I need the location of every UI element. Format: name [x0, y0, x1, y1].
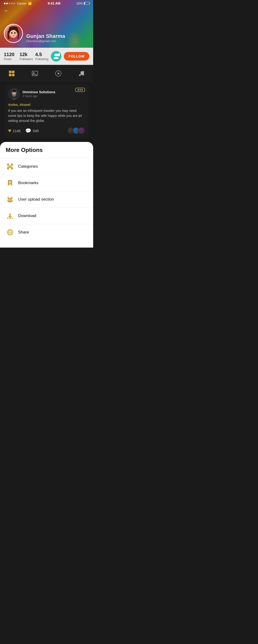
svg-point-5 — [13, 34, 14, 34]
post-tags: #relex, #travel — [8, 102, 85, 107]
svg-rect-28 — [11, 168, 13, 170]
profile-name: Gunjan Sharma — [26, 33, 65, 39]
svg-point-2 — [10, 30, 17, 38]
svg-point-50 — [8, 231, 9, 233]
stats-bar: 1120 Posts 12k Followers 4.5 Following F… — [0, 48, 93, 65]
signal-dot-3 — [9, 2, 10, 4]
svg-rect-26 — [9, 166, 11, 168]
post-author-avatar — [8, 88, 20, 100]
battery-icon — [84, 2, 89, 5]
svg-rect-12 — [32, 71, 38, 76]
svg-point-16 — [79, 74, 81, 76]
following-label: Following — [35, 57, 49, 61]
message-button[interactable] — [51, 51, 61, 62]
svg-rect-24 — [7, 164, 9, 166]
bookmarks-label: Bookmarks — [18, 180, 39, 185]
profile-info: Gunjan Sharma Omninos@gmail.com — [26, 33, 65, 43]
svg-point-13 — [33, 72, 34, 74]
svg-marker-15 — [58, 72, 59, 74]
comment-icon: 💬 — [25, 128, 31, 134]
svg-point-3 — [11, 32, 13, 34]
avatar-image — [5, 24, 22, 42]
svg-marker-42 — [8, 216, 12, 218]
categories-icon — [6, 162, 14, 171]
posts-count: 1120 — [4, 52, 15, 57]
avatar — [4, 24, 23, 43]
dot2 — [80, 89, 81, 90]
tab-music[interactable] — [76, 68, 87, 79]
post-card: Omninos Solutions 2 hours ago #relex, #t… — [5, 84, 88, 138]
like-section[interactable]: ♥ 1145 — [8, 128, 21, 134]
upload-label: User upload section — [18, 197, 54, 202]
post-author-info: Omninos Solutions 2 hours ago — [23, 90, 55, 98]
follow-button[interactable]: FOLLOW — [64, 52, 89, 60]
signal-dot-1 — [4, 2, 6, 4]
svg-rect-41 — [9, 213, 11, 216]
svg-rect-27 — [7, 168, 9, 170]
wifi-icon: 📶 — [28, 2, 32, 5]
signal-dots — [4, 2, 15, 4]
comment-section[interactable]: 💬 545 — [25, 128, 39, 134]
reacted-avatars — [67, 127, 85, 134]
svg-point-6 — [9, 26, 18, 30]
like-count: 1145 — [13, 129, 21, 133]
stat-followers: 12k Followers — [20, 52, 35, 61]
signal-dot-4 — [11, 2, 13, 4]
clock: 9:41 AM — [48, 2, 60, 5]
carrier-label: Carrier — [17, 2, 27, 5]
svg-point-49 — [11, 233, 13, 235]
upload-icon — [6, 195, 14, 204]
sheet-item-categories[interactable]: Categories — [0, 158, 93, 174]
back-button[interactable]: ← — [4, 8, 9, 14]
tab-image[interactable] — [30, 68, 40, 79]
sheet-item-download[interactable]: Download — [0, 208, 93, 224]
sheet-title: More Options — [0, 147, 93, 158]
status-right: 20% — [76, 2, 89, 5]
profile-email: Omninos@gmail.com — [26, 39, 65, 43]
stat-following: 4.5 Following — [35, 52, 51, 61]
more-options-button[interactable] — [75, 88, 85, 92]
svg-point-4 — [14, 32, 16, 34]
stat-posts: 1120 Posts — [4, 52, 20, 61]
following-count: 4.5 — [35, 52, 42, 57]
sheet-item-bookmarks[interactable]: Bookmarks — [0, 174, 93, 191]
followers-count: 12k — [20, 52, 28, 57]
svg-rect-25 — [11, 164, 13, 166]
svg-rect-9 — [12, 70, 14, 73]
post-time: 2 hours ago — [23, 94, 55, 98]
dot-menu-icon — [78, 89, 83, 90]
svg-point-7 — [58, 53, 60, 56]
status-left: Carrier 📶 — [4, 2, 32, 5]
signal-dot-5 — [13, 2, 15, 4]
sheet-item-share[interactable]: Share — [0, 224, 93, 240]
tab-bar — [0, 65, 93, 82]
bookmarks-icon — [6, 179, 14, 187]
battery-percent: 20% — [76, 2, 83, 5]
more-options-sheet: More Options Categories — [0, 142, 93, 248]
post-author-section: Omninos Solutions 2 hours ago — [8, 88, 55, 100]
sheet-item-upload[interactable]: User upload section — [0, 191, 93, 208]
share-label: Share — [18, 230, 29, 235]
profile-row: Gunjan Sharma Omninos@gmail.com — [4, 24, 65, 43]
svg-rect-10 — [9, 74, 12, 76]
download-icon — [6, 212, 14, 220]
tab-play[interactable] — [53, 68, 64, 79]
download-label: Download — [18, 214, 36, 218]
avatar-image-3 — [78, 128, 85, 134]
svg-point-17 — [82, 74, 84, 75]
heart-icon: ♥ — [8, 128, 11, 134]
status-bar: Carrier 📶 9:41 AM 20% — [0, 0, 93, 7]
dot1 — [78, 89, 79, 90]
posts-label: Posts — [4, 57, 12, 61]
cover-content: Gunjan Sharma Omninos@gmail.com — [0, 0, 93, 48]
followers-label: Followers — [20, 57, 33, 61]
post-body: If you are an infrequent traveler you ma… — [8, 108, 85, 123]
comment-count: 545 — [33, 129, 39, 133]
svg-rect-8 — [9, 70, 12, 73]
reacted-avatar-3 — [78, 127, 85, 134]
stats-actions: FOLLOW — [51, 51, 89, 62]
tab-grid[interactable] — [7, 68, 17, 79]
battery-fill — [84, 2, 85, 4]
post-header: Omninos Solutions 2 hours ago — [8, 88, 85, 100]
post-footer: ♥ 1145 💬 545 — [8, 127, 85, 134]
